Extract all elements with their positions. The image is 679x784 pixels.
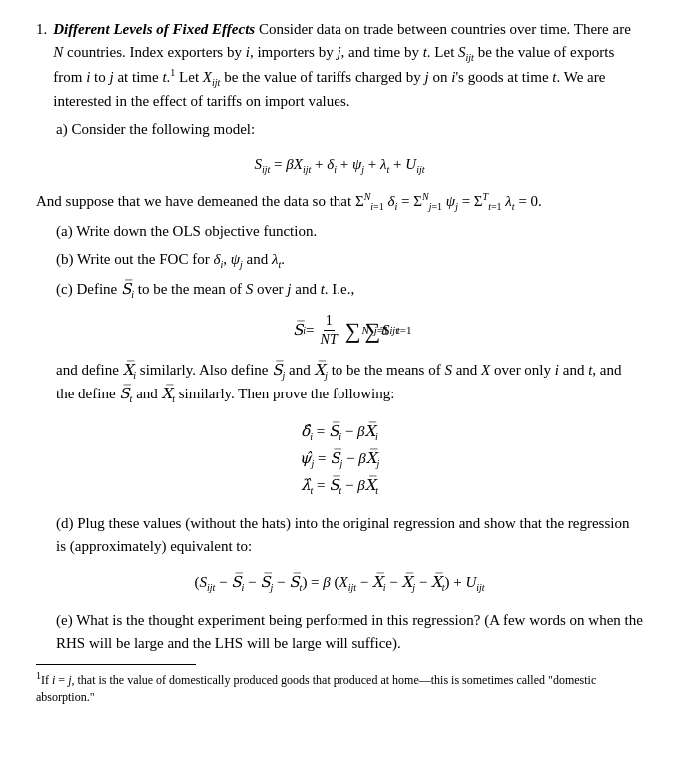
footnote-rule	[36, 664, 196, 665]
subpart-d: (d) Plug these values (without the hats)…	[56, 512, 643, 557]
subpart-a-text: (a) Write down the OLS objective functio…	[56, 220, 643, 243]
eq-lambda: λ̂t = S̅t − βX̅t	[36, 474, 643, 498]
title-bold: Different Levels of Fixed Effects	[53, 21, 255, 37]
subpart-c-text: (c) Define S̅i to be the mean of S over …	[56, 278, 643, 302]
subpart-b-text: (b) Write out the FOC for δi, ψj and λt.	[56, 248, 643, 272]
subpart-d-text: (d) Plug these values (without the hats)…	[56, 512, 643, 557]
problem-title-text: Different Levels of Fixed Effects Consid…	[53, 18, 643, 112]
define-text: and define X̅i similarly. Also define S̅…	[56, 359, 643, 406]
hat-equations: δ̂i = S̅i − βX̅i ψ̂j = S̅j − βX̅j λ̂t = …	[36, 420, 643, 498]
footnote: 1If i = j, that is the value of domestic…	[36, 669, 643, 706]
problem-container: 1. Different Levels of Fixed Effects Con…	[36, 18, 643, 706]
sbar-equation: S̅i = 1 NT ∑ ∑ Sijt j=1 t=1 N T	[36, 312, 643, 349]
main-equation: Sijt = βXijt + δi + ψj + λt + Uijt	[36, 153, 643, 177]
subpart-b: (b) Write out the FOC for δi, ψj and λt.	[56, 248, 643, 272]
subpart-e-text: (e) What is the thought experiment being…	[56, 609, 643, 654]
eq-psi: ψ̂j = S̅j − βX̅j	[36, 447, 643, 471]
eq-delta: δ̂i = S̅i − βX̅i	[36, 420, 643, 444]
suppose-text: And suppose that we have demeaned the da…	[36, 189, 643, 214]
subpart-a: (a) Write down the OLS objective functio…	[56, 220, 643, 243]
problem-title: 1. Different Levels of Fixed Effects Con…	[36, 18, 643, 112]
subpart-e: (e) What is the thought experiment being…	[56, 609, 643, 654]
problem-number: 1.	[36, 18, 47, 41]
subpart-c: (c) Define S̅i to be the mean of S over …	[56, 278, 643, 302]
final-equation: (Sijt − S̅i − S̅j − S̅t) = β (Xijt − X̅i…	[36, 571, 643, 595]
part-a-intro: a) Consider the following model:	[56, 118, 643, 141]
